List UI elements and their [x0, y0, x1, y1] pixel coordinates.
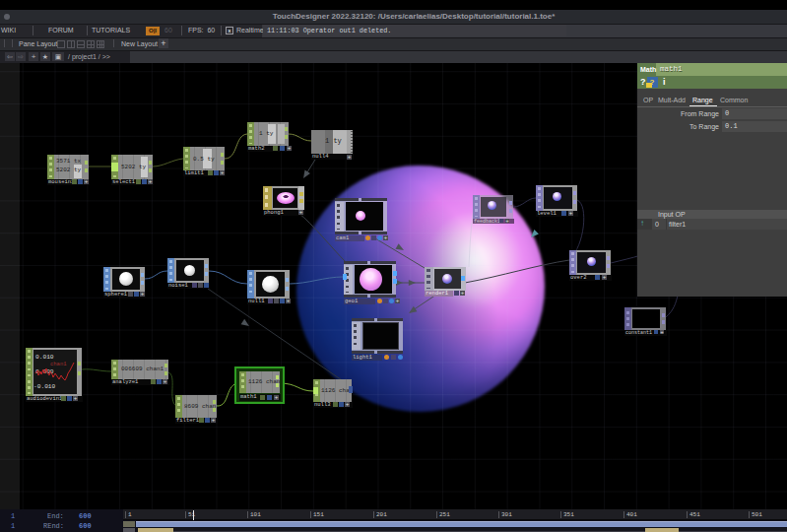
svg-text:-0.010: -0.010 — [33, 383, 56, 390]
svg-text:chan1: chan1 — [50, 361, 67, 367]
svg-text:0.010: 0.010 — [35, 354, 54, 361]
